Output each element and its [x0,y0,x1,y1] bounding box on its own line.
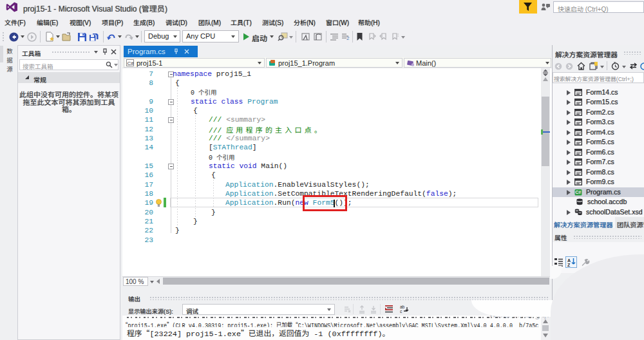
svg-text:C#: C# [575,190,581,194]
svg-text:2: 2 [346,35,350,41]
svg-text:c: c [400,309,402,314]
svg-text:Z: Z [567,263,571,267]
svg-text:ab: ab [400,305,405,309]
svg-text:A: A [567,258,571,263]
svg-text:C#: C# [128,61,135,66]
